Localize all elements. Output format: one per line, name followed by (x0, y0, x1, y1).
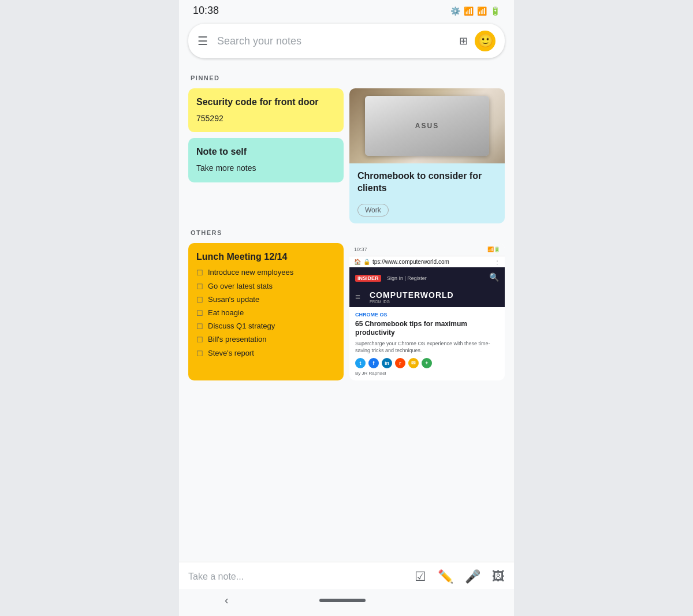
security-code-note[interactable]: Security code for front door 755292 (188, 88, 344, 132)
battery-icon: 🔋 (490, 6, 500, 16)
wifi-icon: 📶 (464, 6, 474, 16)
share-icon: + (422, 358, 432, 368)
home-indicator[interactable] (319, 599, 366, 602)
cw-article-desc: Supercharge your Chrome OS experience wi… (355, 340, 499, 354)
computerworld-note[interactable]: 10:37 📶🔋 🏠 🔒 tps://www.computerworld.com… (349, 243, 505, 380)
note-to-self-title: Note to self (196, 146, 336, 158)
work-tag[interactable]: Work (357, 204, 389, 216)
social-icons: t f in r ✉ + (355, 358, 499, 368)
note-to-self[interactable]: Note to self Take more notes (188, 138, 344, 182)
browser-url-bar: 🏠 🔒 tps://www.computerworld.com ⋮ (349, 256, 505, 267)
image-action-icon[interactable]: 🖼 (492, 569, 505, 584)
chromebook-image: ASUS (349, 88, 505, 163)
lunch-meeting-title: Lunch Meeting 12/14 (196, 251, 336, 263)
search-input[interactable]: Search your notes (217, 35, 450, 47)
cw-article-title: 65 Chromebook tips for maximum productiv… (355, 320, 499, 338)
list-item: ☐ Susan's update (196, 294, 336, 305)
bottom-action-icons: ☑ ✏️ 🎤 🖼 (415, 569, 505, 584)
checkbox-icon: ☐ (196, 322, 203, 332)
others-section-label: OTHERS (191, 229, 505, 236)
asus-logo: ASUS (415, 122, 439, 130)
twitter-icon: t (355, 358, 366, 368)
back-button[interactable]: ‹ (225, 593, 229, 607)
list-item: ☐ Eat hoagie (196, 308, 336, 319)
checkbox-icon: ☐ (196, 335, 203, 345)
search-bar[interactable]: ☰ Search your notes ⊞ 🙂 (188, 24, 505, 58)
browser-url-text: tps://www.computerworld.com (372, 259, 492, 265)
browser-status-icons: 📶🔋 (487, 247, 500, 252)
linkedin-icon: in (382, 358, 392, 368)
list-item: ☐ Go over latest stats (196, 281, 336, 292)
email-icon: ✉ (408, 358, 419, 368)
facebook-icon: f (368, 358, 379, 368)
status-time: 10:38 (193, 5, 219, 17)
grid-view-icon[interactable]: ⊞ (459, 35, 468, 47)
lunch-meeting-checklist: ☐ Introduce new employees ☐ Go over late… (196, 267, 336, 359)
draw-action-icon[interactable]: ✏️ (438, 569, 453, 584)
pinned-left-column: Security code for front door 755292 Note… (188, 88, 344, 223)
pinned-notes-grid: Security code for front door 755292 Note… (188, 88, 505, 223)
bottom-bar: Take a note... ☑ ✏️ 🎤 🖼 (179, 562, 514, 589)
cw-article: CHROME OS 65 Chromebook tips for maximum… (349, 307, 505, 380)
pinned-right-column: ASUS Chromebook to consider for clients … (349, 88, 505, 223)
checkbox-icon: ☐ (196, 282, 203, 292)
nav-bar: ‹ (179, 589, 514, 616)
menu-icon[interactable]: ☰ (198, 34, 208, 48)
cw-header: INSIDER Sign In | Register 🔍 (349, 267, 505, 287)
checkbox-action-icon[interactable]: ☑ (415, 569, 426, 584)
list-item: ☐ Discuss Q1 strategy (196, 321, 336, 332)
status-bar: 10:38 ⚙️ 📶 📶 🔋 (179, 0, 514, 19)
security-code-body: 755292 (196, 113, 336, 125)
browser-time: 10:37 (354, 247, 367, 252)
take-note-input[interactable]: Take a note... (188, 572, 244, 582)
cw-byline: By JR Raphael (355, 371, 499, 376)
avatar[interactable]: 🙂 (475, 31, 495, 51)
cw-logo-sub: FROM IDG (370, 300, 454, 304)
pinned-section-label: PINNED (191, 74, 505, 81)
note-to-self-body: Take more notes (196, 163, 336, 174)
mic-action-icon[interactable]: 🎤 (465, 569, 480, 584)
chromebook-title: Chromebook to consider for clients (357, 170, 497, 195)
cw-logo-text: COMPUTERWORLD (370, 290, 454, 300)
checkbox-icon: ☐ (196, 308, 203, 319)
list-item: ☐ Steve's report (196, 348, 336, 359)
list-item: ☐ Bill's presentation (196, 334, 336, 345)
checkbox-icon: ☐ (196, 268, 203, 278)
reddit-icon: r (395, 358, 405, 368)
browser-bar: 10:37 📶🔋 (349, 243, 505, 256)
checkbox-icon: ☐ (196, 349, 203, 359)
bottom-input-row: Take a note... ☑ ✏️ 🎤 🖼 (188, 569, 505, 584)
laptop-image: ASUS (365, 96, 489, 156)
signal-icon: 📶 (477, 6, 487, 16)
chromebook-note[interactable]: ASUS Chromebook to consider for clients … (349, 88, 505, 223)
cw-logo-bar: ☰ COMPUTERWORLD FROM IDG (349, 287, 505, 307)
search-right-icons: ⊞ 🙂 (459, 31, 495, 51)
search-bar-container: ☰ Search your notes ⊞ 🙂 (179, 19, 514, 65)
others-notes-grid: Lunch Meeting 12/14 ☐ Introduce new empl… (188, 243, 505, 380)
chromebook-note-bottom: Chromebook to consider for clients Work (349, 163, 505, 223)
scroll-area[interactable]: PINNED Security code for front door 7552… (179, 65, 514, 562)
cw-category: CHROME OS (355, 312, 499, 318)
phone-frame: 10:38 ⚙️ 📶 📶 🔋 ☰ Search your notes ⊞ 🙂 P… (179, 0, 514, 616)
status-icons: ⚙️ 📶 📶 🔋 (450, 6, 500, 16)
security-code-title: Security code for front door (196, 96, 336, 109)
settings-icon: ⚙️ (450, 6, 460, 16)
list-item: ☐ Introduce new employees (196, 267, 336, 278)
checkbox-icon: ☐ (196, 295, 203, 305)
lunch-meeting-note[interactable]: Lunch Meeting 12/14 ☐ Introduce new empl… (188, 243, 344, 380)
